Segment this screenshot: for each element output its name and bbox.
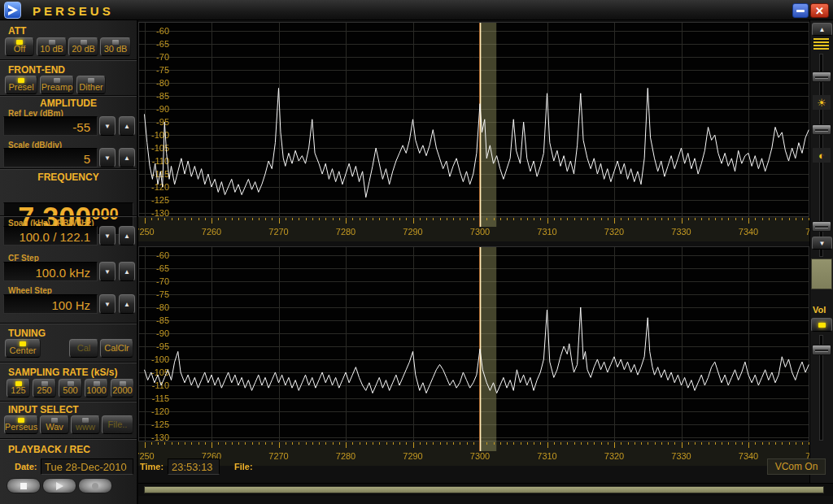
arrow-down-icon: ▼: [104, 232, 111, 240]
volume-slider-thumb[interactable]: [812, 345, 831, 355]
playback-rec-header: PLAYBACK / REC: [8, 444, 90, 455]
separator: [0, 215, 137, 217]
perseus-window: PERSEUS ✕ ATT Off 10 dB 20 dB 30 dB FRON…: [0, 0, 833, 504]
input-www-button[interactable]: www: [71, 415, 100, 434]
button-label: 30 dB: [104, 45, 128, 54]
close-button[interactable]: ✕: [810, 3, 829, 18]
upper-spectrum-display[interactable]: [138, 22, 809, 241]
brightness-icon[interactable]: ☀: [813, 95, 831, 110]
button-label: Wav: [46, 423, 63, 432]
att-20db-button[interactable]: 20 dB: [68, 37, 98, 56]
amplitude-header: AMPLITUDE: [0, 98, 137, 109]
vcom-status[interactable]: VCom On: [767, 458, 826, 475]
input-file-button[interactable]: File..: [102, 415, 133, 434]
lower-spectrum-display[interactable]: [138, 246, 809, 466]
button-label: 2000: [112, 386, 132, 395]
play-button[interactable]: [42, 478, 76, 493]
time-label: Time:: [140, 462, 164, 471]
cal-button[interactable]: Cal: [69, 339, 98, 358]
spectrum-up-button[interactable]: ▲: [812, 23, 832, 36]
span-down-button[interactable]: ▼: [99, 226, 116, 245]
horizontal-scrollbar[interactable]: [138, 483, 833, 496]
arrow-down-icon: ▼: [104, 154, 111, 162]
scale-up-button[interactable]: ▲: [119, 148, 135, 167]
spectrum-down-button[interactable]: ▼: [812, 237, 832, 250]
contrast-icon[interactable]: ◐: [813, 148, 831, 163]
scale-field[interactable]: 5: [3, 148, 98, 167]
cf-step-down-button[interactable]: ▼: [99, 262, 116, 281]
frequency-value-hz: 000: [91, 206, 118, 222]
stop-button[interactable]: [7, 478, 41, 493]
arrow-up-icon: ▲: [124, 232, 130, 240]
separator: [0, 95, 137, 97]
input-wav-button[interactable]: Wav: [40, 415, 69, 434]
wheel-step-down-button[interactable]: ▼: [99, 294, 116, 314]
close-icon: ✕: [815, 5, 824, 17]
span-up-button[interactable]: ▲: [119, 226, 135, 245]
file-label: File:: [234, 462, 253, 471]
scale-down-button[interactable]: ▼: [99, 148, 116, 167]
arrow-up-icon: ▲: [124, 123, 130, 130]
arrow-down-icon: ▼: [819, 240, 826, 247]
preamp-button[interactable]: Preamp: [40, 76, 74, 94]
presel-button[interactable]: Presel: [5, 76, 37, 94]
att-10db-button[interactable]: 10 dB: [37, 37, 67, 56]
waterfall-preview-swatch: [811, 259, 832, 289]
att-off-button[interactable]: Off: [5, 37, 34, 56]
button-label: Presel: [8, 83, 33, 92]
rate-2000-button[interactable]: 2000: [111, 379, 134, 398]
control-panel: ATT Off 10 dB 20 dB 30 dB FRONT-END Pres…: [0, 20, 138, 504]
button-label: www: [76, 423, 95, 432]
calclr-button[interactable]: CalClr: [100, 339, 133, 358]
scrollbar-thumb[interactable]: [144, 486, 824, 493]
slider-thumb[interactable]: [812, 221, 831, 232]
ref-lev-field[interactable]: -55: [3, 116, 98, 136]
record-button[interactable]: [78, 478, 112, 493]
sampling-rate-header: SAMPLING RATE (kS/s): [8, 367, 117, 378]
button-label: CalClr: [104, 344, 129, 353]
rate-500-button[interactable]: 500: [59, 379, 82, 398]
rate-1000-button[interactable]: 1000: [85, 379, 108, 398]
rate-250-button[interactable]: 250: [33, 379, 56, 398]
separator: [0, 401, 137, 402]
date-value: Tue 28-Dec-2010: [41, 458, 133, 475]
tuning-header: TUNING: [8, 328, 46, 339]
dither-button[interactable]: Dither: [76, 76, 106, 94]
button-label: 10 dB: [40, 45, 63, 54]
button-label: Center: [9, 346, 36, 355]
vol-mute-button[interactable]: [811, 318, 832, 332]
att-30db-button[interactable]: 30 dB: [100, 37, 131, 56]
button-label: Off: [14, 45, 25, 54]
perseus-logo-icon: [5, 2, 20, 18]
window-title: PERSEUS: [33, 4, 114, 18]
ref-lev-up-button[interactable]: ▲: [119, 116, 135, 136]
slider-thumb[interactable]: [812, 72, 831, 82]
tuning-center-button[interactable]: Center: [5, 339, 41, 358]
led-indicator: [818, 323, 826, 328]
separator: [0, 362, 137, 363]
ref-lev-down-button[interactable]: ▼: [99, 116, 116, 136]
wheel-step-up-button[interactable]: ▲: [119, 294, 135, 314]
arrow-down-icon: ▼: [104, 301, 111, 308]
button-label: 125: [11, 386, 25, 395]
app-icon[interactable]: [4, 2, 21, 19]
button-label: 250: [37, 386, 51, 395]
rate-125-button[interactable]: 125: [7, 379, 30, 398]
minimize-button[interactable]: [792, 3, 809, 18]
waterfall-palette-icon[interactable]: [813, 38, 829, 51]
record-icon: [92, 483, 98, 489]
att-header: ATT: [8, 25, 26, 37]
separator: [0, 168, 137, 170]
separator: [0, 323, 137, 324]
time-value: 23:53:13: [168, 458, 220, 475]
button-label: 20 dB: [72, 45, 95, 54]
button-label: Dither: [79, 83, 102, 92]
vol-label: Vol: [813, 305, 826, 315]
wheel-step-field[interactable]: 100 Hz: [3, 294, 98, 314]
input-perseus-button[interactable]: Perseus: [4, 415, 38, 434]
cf-step-up-button[interactable]: ▲: [119, 262, 135, 281]
slider-thumb[interactable]: [812, 124, 831, 135]
cf-step-field[interactable]: 100.0 kHz: [3, 262, 98, 281]
span-field[interactable]: 100.0 / 122.1: [3, 226, 98, 245]
front-end-header: FRONT-END: [8, 64, 65, 76]
